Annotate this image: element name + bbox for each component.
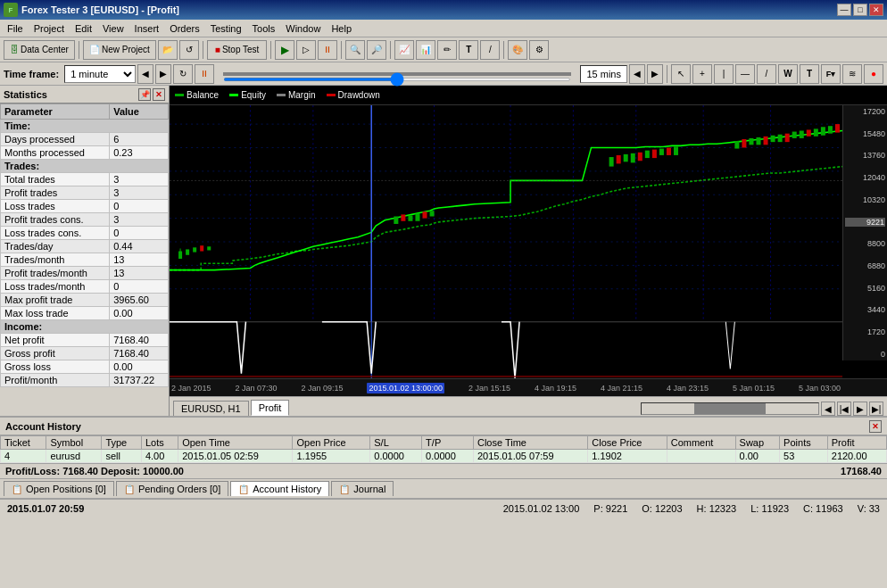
menu-edit[interactable]: Edit [70,21,97,36]
tab-pending-orders[interactable]: 📋 Pending Orders [0] [116,481,228,496]
speed-slider-area [216,72,578,76]
text-btn2[interactable]: T [800,64,819,84]
chart-prev-button[interactable]: ◀ [821,402,835,416]
timeframe-selector[interactable]: 1 minute 5 minutes 15 minutes 1 hour [64,65,136,83]
menu-window[interactable]: Window [280,21,326,36]
stop-test-button[interactable]: ■ Stop Test [207,40,268,60]
title-bar-left: F Forex Tester 3 [EURUSD] - [Profit] [4,3,179,17]
toolbar-chart-btn1[interactable]: 📈 [394,40,414,60]
stats-value-14: 0.00 [110,307,169,320]
timer-arrow-left[interactable]: ◀ [629,64,645,84]
stats-param-7: Profit trades cons. [1,213,110,227]
menu-file[interactable]: File [2,21,29,36]
toolbar-play-button[interactable]: ▶ [275,40,294,60]
tf-pause-btn[interactable]: ⏸ [195,64,214,84]
y-label-3: 13760 [845,151,885,160]
toolbar-refresh-button[interactable]: ↺ [179,40,199,60]
window-controls[interactable]: — □ ✕ [837,4,883,16]
stats-value-9: 0.44 [110,240,169,253]
stats-data-table: Parameter Value Time:Days processed6Mont… [0,104,169,387]
toolbar-text-btn[interactable]: T [459,40,478,60]
toolbar-pen-btn[interactable]: ✏ [437,40,457,60]
minimize-button[interactable]: — [837,4,851,16]
tab-account-history[interactable]: 📋 Account History [230,481,329,496]
window-title: Forex Tester 3 [EURUSD] - [Profit] [21,4,179,15]
speed-slider[interactable] [223,78,571,81]
col-lots: Lots [141,436,178,450]
account-history-close[interactable]: ✕ [869,420,882,433]
stats-row-6: Loss trades0 [1,200,169,213]
tab-journal[interactable]: 📋 Journal [331,481,394,496]
svg-rect-37 [659,149,664,155]
toolbar-zoom-in[interactable]: 🔍 [345,40,365,60]
menu-insert[interactable]: Insert [129,21,165,36]
crosshair-btn[interactable]: + [692,64,712,84]
stats-param-17: Gross profit [1,347,110,360]
new-project-button[interactable]: 📄 New Project [83,40,156,60]
toolbar-chart-btn2[interactable]: 📊 [416,40,435,60]
chart-canvas[interactable]: 17200 15480 13760 12040 10320 9221 8800 … [170,105,887,378]
toolbar-pause-button[interactable]: ⏸ [318,40,337,60]
stats-value-7: 3 [110,213,169,227]
maximize-button[interactable]: □ [853,4,867,16]
svg-rect-27 [415,213,419,220]
x-label-5: 4 Jan 19:15 [535,384,576,393]
hline-btn[interactable]: — [735,64,755,84]
toolbar-open-button[interactable]: 📂 [158,40,178,60]
cell-open-time: 2015.01.05 02:59 [178,450,293,463]
cursor-btn[interactable]: ↖ [671,64,691,84]
menu-help[interactable]: Help [326,21,357,36]
x-axis: 2 Jan 2015 2 Jan 07:30 2 Jan 09:15 2015.… [170,378,887,396]
tab-pending-orders-label: Pending Orders [0] [138,484,220,494]
timer-arrow-right[interactable]: ▶ [647,64,663,84]
close-button[interactable]: ✕ [869,4,883,16]
cell-type: sell [102,450,142,463]
stats-close-button[interactable]: ✕ [153,88,165,101]
x-label-3: 2 Jan 09:15 [301,384,343,393]
draw-btn[interactable]: / [757,64,776,84]
tf-arrow-right[interactable]: ▶ [155,64,171,84]
y-label-5: 10320 [845,195,885,204]
toolbar-step-button[interactable]: ▷ [296,40,316,60]
toolbar-color-btn[interactable]: 🎨 [508,40,527,60]
scrollbar-thumb[interactable] [694,403,765,414]
tf-arrow-left[interactable]: ◀ [137,64,153,84]
toolbar-zoom-out[interactable]: 🔎 [367,40,386,60]
speed-slider-track[interactable] [223,72,571,76]
chart-play-button[interactable]: ▶ [853,402,867,416]
balance-color [175,94,184,96]
data-center-button[interactable]: 🗄 Data Center [4,40,75,60]
menu-orders[interactable]: Orders [164,21,205,36]
chart-tab-eurusd[interactable]: EURUSD, H1 [173,401,249,416]
y-label-current: 9221 [845,218,885,227]
stats-row-1: Days processed6 [1,133,169,146]
delete-btn[interactable]: ● [864,64,883,84]
menu-project[interactable]: Project [29,21,70,36]
menu-testing[interactable]: Testing [205,21,247,36]
toolbar-settings-btn[interactable]: ⚙ [529,40,549,60]
tf-cycle-btn[interactable]: ↻ [173,64,193,84]
pending-orders-icon: 📋 [124,484,135,494]
fibonacci-btn[interactable]: F▾ [821,64,841,84]
timer-display: 15 mins [580,65,627,83]
tline-btn[interactable]: | [714,64,734,84]
stats-row-11: Profit trades/month13 [1,267,169,280]
chart-scrollbar[interactable] [641,402,819,415]
wave-btn[interactable]: W [778,64,798,84]
stats-controls[interactable]: 📌 ✕ [138,88,165,101]
chart-first-button[interactable]: |◀ [837,402,851,416]
chart-last-button[interactable]: ▶| [869,402,883,416]
menu-view[interactable]: View [97,21,129,36]
x-label-2: 2 Jan 07:30 [235,384,277,393]
stats-pin-button[interactable]: 📌 [138,88,151,101]
stats-value-10: 13 [110,253,169,267]
tab-open-positions[interactable]: 📋 Open Positions [0] [4,481,114,496]
wave2-btn[interactable]: ≋ [842,64,862,84]
toolbar-line-btn[interactable]: / [480,40,500,60]
timeframe-label: Time frame: [4,69,59,79]
col-sl: S/L [370,436,422,450]
x-label-9: 5 Jan 03:00 [799,384,841,393]
chart-tab-profit[interactable]: Profit [251,400,290,416]
menu-tools[interactable]: Tools [247,21,281,36]
drawdown-color [327,94,336,96]
